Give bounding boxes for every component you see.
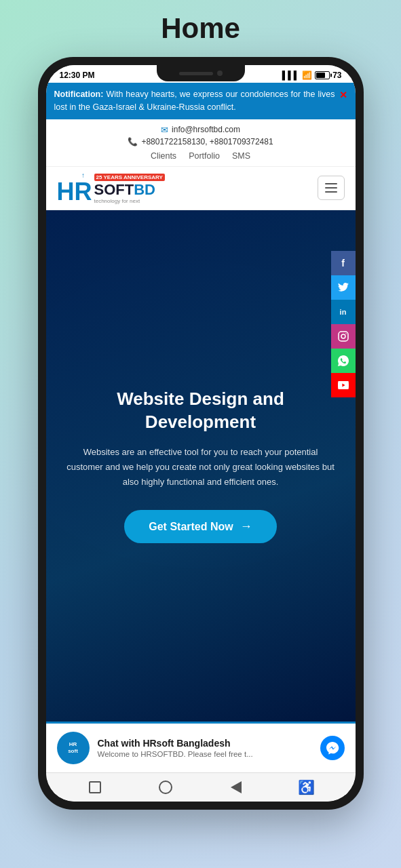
logo-badge: 25 YEARS ANNIVERSARY	[94, 174, 165, 181]
phone-numbers: +8801722158130, +8801709372481	[141, 137, 273, 146]
notification-close-button[interactable]: ✕	[339, 88, 347, 102]
nav-home-button[interactable]	[158, 780, 173, 795]
social-twitter[interactable]	[331, 275, 356, 300]
email-icon: ✉	[161, 125, 168, 135]
hamburger-line-1	[325, 183, 337, 184]
logo[interactable]: H ↑ R 25 YEARS ANNIVERSARY SOFT BD techn…	[57, 172, 165, 204]
nav-link-clients[interactable]: Clients	[151, 151, 176, 161]
back-icon	[231, 781, 242, 793]
social-instagram[interactable]	[331, 324, 356, 349]
menu-button[interactable]	[318, 176, 345, 200]
signal-icon: ▌▌▌	[282, 71, 300, 80]
home-icon	[159, 781, 172, 794]
svg-point-1	[341, 334, 345, 338]
hero-subtitle: Websites are an effective tool for you t…	[66, 445, 335, 490]
email-address: info@hrsoftbd.com	[172, 125, 240, 134]
social-whatsapp[interactable]	[331, 349, 356, 373]
nav-link-sms[interactable]: SMS	[232, 151, 250, 161]
social-facebook[interactable]: f	[331, 251, 356, 275]
phone-screen: 12:30 PM ▌▌▌ 📶 73 Notification: With hea…	[46, 65, 356, 802]
notification-label: Notification:	[54, 90, 104, 99]
nav-accessibility-button[interactable]: ♿	[299, 780, 314, 795]
messenger-icon[interactable]	[320, 736, 345, 760]
status-bar: 12:30 PM ▌▌▌ 📶 73	[46, 65, 356, 83]
phone-frame: 12:30 PM ▌▌▌ 📶 73 Notification: With hea…	[38, 57, 364, 810]
battery-percent: 73	[332, 71, 341, 80]
notification-banner: Notification: With heavy hearts, we expr…	[46, 83, 356, 119]
logo-r: R	[75, 180, 92, 204]
status-time: 12:30 PM	[60, 71, 95, 80]
get-started-button[interactable]: Get Started Now →	[124, 510, 276, 543]
stop-icon	[89, 781, 101, 793]
hamburger-line-3	[325, 191, 337, 193]
hamburger-line-2	[325, 187, 337, 189]
chat-title: Chat with HRsoft Bangladesh	[98, 738, 312, 749]
logo-soft: SOFT	[94, 182, 134, 197]
chat-avatar: HRsoft	[57, 732, 90, 764]
email-info: ✉ info@hrsoftbd.com	[161, 125, 240, 135]
page-title: Home	[161, 12, 240, 45]
notch	[157, 65, 245, 81]
chat-widget[interactable]: HRsoft Chat with HRsoft Bangladesh Welco…	[46, 722, 356, 772]
site-header: H ↑ R 25 YEARS ANNIVERSARY SOFT BD techn…	[46, 167, 356, 210]
chat-avatar-text: HRsoft	[68, 741, 78, 754]
top-nav-links: Clients Portfolio SMS	[151, 149, 250, 163]
bottom-navigation: ♿	[46, 772, 356, 802]
battery-icon	[315, 71, 330, 79]
hero-title: Website Design and Development	[66, 388, 335, 434]
info-bar: ✉ info@hrsoftbd.com 📞 +8801722158130, +8…	[46, 119, 356, 167]
logo-tagline: technology for next	[94, 198, 140, 204]
wifi-icon: 📶	[302, 71, 312, 80]
phone-icon: 📞	[128, 137, 138, 146]
social-linkedin[interactable]: in	[331, 300, 356, 324]
speaker	[179, 72, 213, 75]
nav-link-portfolio[interactable]: Portfolio	[189, 151, 220, 161]
hamburger-icon	[325, 183, 337, 193]
social-sidebar: f in	[331, 251, 356, 397]
chat-subtitle: Welcome to HRSOFTBD. Please feel free t.…	[98, 750, 312, 758]
cta-arrow-icon: →	[240, 519, 252, 534]
social-youtube[interactable]	[331, 373, 356, 397]
svg-point-2	[345, 333, 347, 334]
logo-h: H	[57, 180, 75, 204]
nav-stop-button[interactable]	[88, 780, 102, 795]
accessibility-icon: ♿	[298, 779, 315, 795]
chat-info: Chat with HRsoft Bangladesh Welcome to H…	[98, 738, 312, 758]
camera	[217, 71, 223, 76]
battery-fill	[316, 73, 325, 78]
hero-content: Website Design and Development Websites …	[66, 388, 335, 543]
status-right: ▌▌▌ 📶 73	[282, 71, 342, 80]
logo-bd: BD	[134, 182, 155, 197]
cta-label: Get Started Now	[149, 521, 233, 533]
phone-info: 📞 +8801722158130, +8801709372481	[128, 137, 273, 146]
nav-back-button[interactable]	[229, 780, 244, 795]
svg-rect-0	[339, 332, 348, 341]
notification-text: Notification: With heavy hearts, we expr…	[54, 88, 335, 114]
hero-section: f in Website Design and Development Webs…	[46, 210, 356, 722]
